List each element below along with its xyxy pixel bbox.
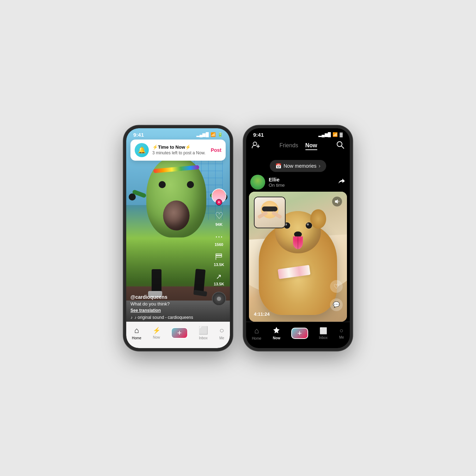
phone-1: 9:41 ▂▄▆█ 📶 🔋 🔔 ⚡Time to Now⚡ 3 minutes … <box>123 125 233 351</box>
svg-marker-5 <box>335 199 338 204</box>
self-photo-overlay <box>254 197 286 228</box>
inbox-icon-1: ⬜ <box>199 326 208 335</box>
like-post-button[interactable]: ♡ <box>330 280 343 293</box>
post-header: Ellie On time <box>250 175 346 190</box>
nav-create-2[interactable]: + <box>292 328 307 338</box>
video-caption: What do you think? <box>130 301 205 307</box>
nav-me-1[interactable]: ○ Me <box>219 326 224 340</box>
now-icon-2 <box>273 326 280 335</box>
notification-action[interactable]: Post <box>211 147 221 153</box>
status-time-1: 9:41 <box>133 132 144 138</box>
see-translation-link[interactable]: See translation <box>130 308 205 313</box>
memories-label: Now memories <box>283 163 316 169</box>
like-count: 94K <box>215 222 222 227</box>
nav-create-1[interactable]: + <box>172 328 187 338</box>
nav-now-2[interactable]: Now <box>273 326 280 340</box>
now-icon-1: ⚡ <box>153 327 160 334</box>
chevron-right-icon: › <box>319 163 321 169</box>
user-info: Ellie On time <box>250 175 285 190</box>
share-icon: ↗ <box>216 272 222 281</box>
wifi-icon-2: 📶 <box>332 132 338 137</box>
now-header: Friends Now <box>246 138 350 153</box>
profile-icon-2: ○ <box>340 327 343 334</box>
comment-button[interactable]: ⋯ 1560 <box>215 232 223 247</box>
wifi-icon-1: 📶 <box>210 132 216 137</box>
follow-plus-badge: + <box>216 199 222 205</box>
side-actions: + ♡ 94K ⋯ 1560 ⛿ 13.5K ↗ 13.5K <box>212 188 226 306</box>
like-button[interactable]: ♡ 94K <box>215 210 223 227</box>
status-bar-phone2: 9:41 ▂▄▆█ 📶 ▓ <box>246 128 350 139</box>
inbox-label-2: Inbox <box>319 336 327 340</box>
sound-text: ♪ original sound - cardioqueens <box>134 315 193 320</box>
post-share-button[interactable] <box>338 177 346 187</box>
creator-avatar[interactable]: + <box>212 188 226 203</box>
plus-icon-1: + <box>177 328 182 338</box>
nav-now-1[interactable]: ⚡ Now <box>153 327 160 339</box>
status-bar-phone1: 9:41 ▂▄▆█ 📶 🔋 <box>126 128 230 139</box>
create-button-1[interactable]: + <box>172 328 187 338</box>
now-label-2: Now <box>273 336 280 340</box>
nav-me-2[interactable]: ○ Me <box>339 327 344 339</box>
now-tabs: Friends Now <box>279 142 317 149</box>
me-label-2: Me <box>339 335 344 339</box>
notification-title: ⚡Time to Now⚡ <box>152 144 207 150</box>
svg-line-4 <box>341 146 344 148</box>
heart-icon: ♡ <box>215 210 223 221</box>
user-avatar[interactable] <box>250 175 265 190</box>
status-icons-1: ▂▄▆█ 📶 🔋 <box>196 132 223 137</box>
bottom-nav-phone2: ⌂ Home Now + ⬜ <box>246 322 350 348</box>
inbox-icon-2: ⬜ <box>319 327 327 335</box>
calendar-icon: 📅 <box>275 163 281 169</box>
music-note-icon: ♪ <box>130 315 133 320</box>
battery-icon-1: 🔋 <box>218 132 223 137</box>
tab-now[interactable]: Now <box>305 142 317 149</box>
bookmark-button[interactable]: ⛿ 13.5K <box>214 252 224 267</box>
user-details: Ellie On time <box>269 177 285 188</box>
bookmark-icon: ⛿ <box>215 252 223 261</box>
user-status: On time <box>269 183 285 188</box>
username-2: Ellie <box>269 177 285 183</box>
home-label-2: Home <box>252 336 261 340</box>
now-memories-button[interactable]: 📅 Now memories › <box>270 160 326 172</box>
nav-inbox-2[interactable]: ⬜ Inbox <box>319 327 327 340</box>
now-post: 4:11:24 ♡ 💬 <box>249 192 347 322</box>
comment-post-icon: 💬 <box>333 301 340 308</box>
status-time-2: 9:41 <box>253 132 264 138</box>
search-button[interactable] <box>336 141 344 150</box>
home-label-1: Home <box>132 336 141 340</box>
bookmark-count: 13.5K <box>214 262 224 267</box>
phone-2-screen: 9:41 ▂▄▆█ 📶 ▓ Frie <box>246 128 350 348</box>
nav-inbox-1[interactable]: ⬜ Inbox <box>199 326 208 340</box>
sound-disc[interactable] <box>212 292 226 306</box>
share-button[interactable]: ↗ 13.5K <box>214 272 224 286</box>
video-info: @cardioqueens What do you think? See tra… <box>130 294 205 320</box>
now-label-1: Now <box>153 335 160 339</box>
home-icon-2: ⌂ <box>254 326 259 335</box>
tab-friends[interactable]: Friends <box>279 142 298 149</box>
post-actions: ♡ 💬 <box>330 280 343 311</box>
add-friend-button[interactable] <box>252 141 260 150</box>
nav-home-1[interactable]: ⌂ Home <box>132 326 141 340</box>
share-count: 13.5K <box>214 282 224 286</box>
profile-icon-1: ○ <box>219 326 224 335</box>
battery-icon-2: ▓ <box>340 132 343 137</box>
plus-icon-2: + <box>297 329 302 338</box>
notification-banner[interactable]: 🔔 ⚡Time to Now⚡ 3 minutes left to post a… <box>130 140 226 161</box>
sound-info: ♪ ♪ original sound - cardioqueens <box>130 315 205 320</box>
notification-text: ⚡Time to Now⚡ 3 minutes left to post a N… <box>152 144 207 155</box>
video-username: @cardioqueens <box>130 294 205 300</box>
heart-post-icon: ♡ <box>334 283 339 290</box>
notification-icon: 🔔 <box>135 143 149 157</box>
phones-container: 9:41 ▂▄▆█ 📶 🔋 🔔 ⚡Time to Now⚡ 3 minutes … <box>123 125 353 351</box>
phone-1-screen: 9:41 ▂▄▆█ 📶 🔋 🔔 ⚡Time to Now⚡ 3 minutes … <box>126 128 230 348</box>
volume-button[interactable] <box>332 197 342 206</box>
home-icon-1: ⌂ <box>134 326 139 335</box>
nav-home-2[interactable]: ⌂ Home <box>252 326 261 340</box>
comment-post-button[interactable]: 💬 <box>330 298 343 311</box>
comment-count: 1560 <box>215 242 223 247</box>
me-label-1: Me <box>219 336 224 340</box>
notification-subtitle: 3 minutes left to post a Now. <box>152 150 207 155</box>
bottom-nav-phone1: ⌂ Home ⚡ Now + ⬜ Inbox ○ <box>126 322 230 348</box>
inbox-label-1: Inbox <box>199 336 207 340</box>
create-button-2[interactable]: + <box>292 328 307 338</box>
